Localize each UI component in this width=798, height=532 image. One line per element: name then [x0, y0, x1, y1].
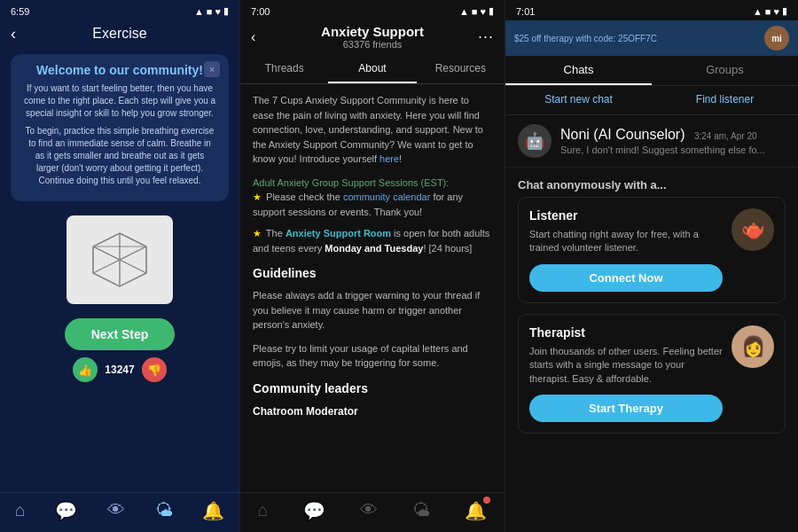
- breathing-illustration: [66, 215, 173, 304]
- nav-weather-1[interactable]: 🌤: [155, 500, 173, 521]
- wifi-icon-2: ■: [472, 6, 478, 17]
- status-icons-1: ▲ ■ ♥ ▮: [194, 5, 229, 17]
- chat-list: 🤖 Noni (AI Counselor) 3:24 am, Apr 20 Su…: [505, 115, 798, 168]
- tab-chats[interactable]: Chats: [505, 56, 652, 85]
- anonymous-section-title: Chat anonymously with a...: [505, 168, 798, 197]
- community-title: Community leaders: [253, 379, 492, 398]
- tab-about[interactable]: About: [328, 55, 416, 83]
- welcome-text-1: If you want to start feeling better, the…: [23, 82, 216, 120]
- exercise-content: × Welcome to our community! If you want …: [0, 47, 239, 492]
- more-button-2[interactable]: ···: [478, 27, 494, 46]
- anxiety-subtitle: 63376 friends: [343, 39, 403, 50]
- community-section: Community leaders Chatroom Moderator: [253, 379, 492, 419]
- quick-actions: Start new chat Find listener: [505, 86, 798, 115]
- back-button-1[interactable]: ‹: [11, 25, 16, 43]
- guideline-2: Please try to limit your usage of capita…: [253, 341, 492, 371]
- moderator-label: Chatroom Moderator: [253, 403, 492, 419]
- promo-text: $25 off therapy with code: 25OFF7C: [514, 34, 657, 43]
- status-icons-3: ▲ ■ ♥ ▮: [753, 5, 787, 17]
- group-session: Adult Anxiety Group Support Sessions (ES…: [253, 176, 492, 220]
- svg-marker-3: [93, 246, 120, 273]
- bluetooth-icon: ▲: [194, 6, 204, 17]
- welcome-text-2: To begin, practice this simple breathing…: [23, 125, 216, 187]
- listener-card-text: Listener Start chatting right away for f…: [529, 208, 723, 292]
- noni-avatar: 🤖: [518, 124, 552, 158]
- therapist-avatar-img: 👩: [732, 325, 774, 368]
- noni-time: 3:24 am, Apr 20: [694, 131, 757, 141]
- chats-panel: 7:01 ▲ ■ ♥ ▮ $25 off therapy with code: …: [505, 0, 798, 532]
- tab-groups[interactable]: Groups: [652, 56, 798, 85]
- thumbs-down-button[interactable]: 👎: [142, 357, 167, 382]
- room-link[interactable]: Anxiety Support Room: [286, 228, 391, 239]
- signal-icon: ♥: [215, 6, 221, 17]
- battery-icon-2: ▮: [489, 5, 494, 17]
- listener-card: Listener Start chatting right away for f…: [518, 197, 786, 303]
- therapist-card-row: Therapist Join thousands of other users.…: [529, 325, 774, 422]
- nav-home-1[interactable]: ⌂: [15, 500, 26, 521]
- nav-explore-2[interactable]: 👁: [360, 500, 378, 521]
- status-bar-2: 7:00 ▲ ■ ♥ ▮: [240, 0, 505, 20]
- therapist-desc: Join thousands of other users. Feeling b…: [529, 345, 723, 386]
- nav-bell-1[interactable]: 🔔: [202, 500, 224, 521]
- therapist-card: Therapist Join thousands of other users.…: [518, 314, 786, 434]
- exercise-panel: 6:59 ▲ ■ ♥ ▮ ‹ Exercise × Welcome to our…: [0, 0, 239, 532]
- start-new-chat-button[interactable]: Start new chat: [505, 86, 652, 114]
- guideline-1: Please always add a trigger warning to y…: [253, 288, 492, 332]
- listener-card-row: Listener Start chatting right away for f…: [529, 208, 774, 292]
- noni-header: Noni (AI Counselor) 3:24 am, Apr 20: [560, 127, 765, 143]
- exercise-header: ‹ Exercise: [0, 20, 239, 47]
- tab-resources[interactable]: Resources: [417, 55, 505, 83]
- chat-item-noni[interactable]: 🤖 Noni (AI Counselor) 3:24 am, Apr 20 Su…: [505, 115, 798, 168]
- nav-weather-2[interactable]: 🌤: [412, 500, 430, 521]
- nav-home-2[interactable]: ⌂: [258, 500, 269, 521]
- nav-chat-1[interactable]: 💬: [55, 500, 77, 521]
- chat-info-noni: Noni (AI Counselor) 3:24 am, Apr 20 Sure…: [560, 127, 765, 155]
- find-listener-button[interactable]: Find listener: [652, 86, 798, 114]
- connect-now-button[interactable]: Connect Now: [529, 264, 723, 292]
- about-description: The 7 Cups Anxiety Support Community is …: [253, 93, 492, 167]
- promo-bar: $25 off therapy with code: 25OFF7C mi: [505, 20, 798, 56]
- next-step-button[interactable]: Next Step: [65, 318, 176, 350]
- signal-icon-2: ♥: [480, 6, 486, 17]
- here-link[interactable]: here: [379, 153, 399, 164]
- welcome-box: × Welcome to our community! If you want …: [11, 54, 229, 201]
- noni-name: Noni (AI Counselor): [560, 127, 685, 142]
- time-1: 6:59: [11, 6, 29, 17]
- thumbs-up-button[interactable]: 👍: [73, 357, 98, 382]
- guidelines-title: Guidelines: [253, 264, 492, 283]
- room-info: ★ The Anxiety Support Room is open for b…: [253, 226, 492, 255]
- tab-threads[interactable]: Threads: [240, 55, 328, 83]
- start-therapy-button[interactable]: Start Therapy: [529, 395, 723, 422]
- therapist-card-text: Therapist Join thousands of other users.…: [529, 325, 723, 422]
- status-bar-3: 7:01 ▲ ■ ♥ ▮: [505, 0, 798, 20]
- back-button-2[interactable]: ‹: [251, 29, 255, 45]
- therapist-title: Therapist: [529, 325, 723, 340]
- header-inner-2: Anxiety Support 63376 friends: [321, 24, 424, 50]
- time-2: 7:00: [251, 6, 270, 17]
- nav-bell-2[interactable]: 🔔: [465, 500, 487, 521]
- bluetooth-icon-2: ▲: [459, 6, 469, 17]
- battery-icon: ▮: [223, 5, 229, 17]
- bottom-nav-1: ⌂ 💬 👁 🌤 🔔: [0, 492, 239, 532]
- time-3: 7:01: [516, 6, 535, 17]
- welcome-title: Welcome to our community!: [23, 63, 216, 77]
- listener-desc: Start chatting right away for free, with…: [529, 228, 723, 255]
- status-icons-2: ▲ ■ ♥ ▮: [459, 5, 494, 17]
- rating-count: 13247: [105, 364, 134, 376]
- anxiety-header: ‹ Anxiety Support 63376 friends ···: [240, 20, 505, 55]
- calendar-link[interactable]: community calendar: [343, 192, 430, 202]
- anxiety-tabs: Threads About Resources: [240, 55, 505, 84]
- listener-avatar-img: 🫖: [732, 208, 774, 251]
- group-label: Adult Anxiety Group Support Sessions (ES…: [253, 177, 449, 188]
- signal-icon-3: ♥: [773, 6, 779, 17]
- wifi-icon: ■: [207, 6, 213, 17]
- bottom-nav-2: ⌂ 💬 👁 🌤 🔔: [240, 492, 505, 532]
- close-button[interactable]: ×: [204, 61, 220, 77]
- nav-chat-2[interactable]: 💬: [303, 500, 325, 521]
- listener-title: Listener: [529, 208, 723, 223]
- rating-row: 👍 13247 👎: [73, 357, 166, 382]
- nav-explore-1[interactable]: 👁: [107, 500, 125, 521]
- chat-tabs: Chats Groups: [505, 56, 798, 86]
- svg-marker-4: [120, 246, 146, 273]
- svg-marker-6: [120, 260, 146, 286]
